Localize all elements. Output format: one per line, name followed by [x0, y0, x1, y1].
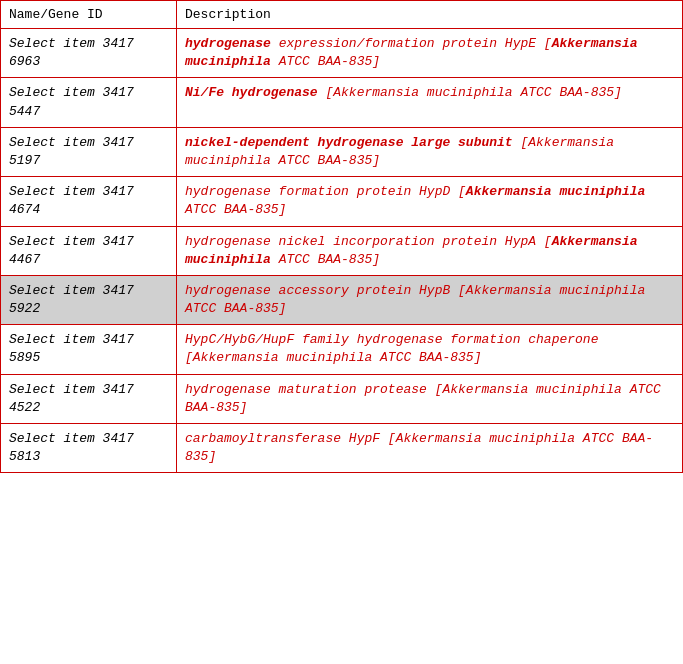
row-desc-cell: carbamoyltransferase HypF [Akkermansia m… [177, 424, 682, 472]
table-row[interactable]: Select item 3417 6963hydrogenase express… [1, 29, 682, 78]
row-name-cell[interactable]: Select item 3417 4467 [1, 227, 177, 275]
row-desc-cell: nickel-dependent hydrogenase large subun… [177, 128, 682, 176]
table-row[interactable]: Select item 3417 5813carbamoyltransferas… [1, 424, 682, 472]
table-body: Select item 3417 6963hydrogenase express… [1, 29, 682, 472]
table-row[interactable]: Select item 3417 5895HypC/HybG/HupF fami… [1, 325, 682, 374]
row-desc-cell: hydrogenase formation protein HypD [Akke… [177, 177, 682, 225]
main-table: Name/Gene ID Description Select item 341… [0, 0, 683, 473]
row-name-cell[interactable]: Select item 3417 5447 [1, 78, 177, 126]
row-name-cell[interactable]: Select item 3417 6963 [1, 29, 177, 77]
table-row[interactable]: Select item 3417 4674hydrogenase formati… [1, 177, 682, 226]
table-row[interactable]: Select item 3417 5447Ni/Fe hydrogenase [… [1, 78, 682, 127]
row-name-cell[interactable]: Select item 3417 4674 [1, 177, 177, 225]
table-row[interactable]: Select item 3417 4522hydrogenase maturat… [1, 375, 682, 424]
row-name-cell[interactable]: Select item 3417 5895 [1, 325, 177, 373]
table-header: Name/Gene ID Description [1, 1, 682, 29]
header-description: Description [177, 1, 682, 28]
row-desc-cell: hydrogenase expression/formation protein… [177, 29, 682, 77]
row-name-cell[interactable]: Select item 3417 5922 [1, 276, 177, 324]
header-name-gene-id: Name/Gene ID [1, 1, 177, 28]
row-name-cell[interactable]: Select item 3417 4522 [1, 375, 177, 423]
row-desc-cell: hydrogenase accessory protein HypB [Akke… [177, 276, 682, 324]
table-row[interactable]: Select item 3417 5197nickel-dependent hy… [1, 128, 682, 177]
row-desc-cell: Ni/Fe hydrogenase [Akkermansia muciniphi… [177, 78, 682, 126]
row-desc-cell: hydrogenase maturation protease [Akkerma… [177, 375, 682, 423]
row-name-cell[interactable]: Select item 3417 5197 [1, 128, 177, 176]
table-row[interactable]: Select item 3417 5922hydrogenase accesso… [1, 276, 682, 325]
row-desc-cell: hydrogenase nickel incorporation protein… [177, 227, 682, 275]
table-row[interactable]: Select item 3417 4467hydrogenase nickel … [1, 227, 682, 276]
row-name-cell[interactable]: Select item 3417 5813 [1, 424, 177, 472]
row-desc-cell: HypC/HybG/HupF family hydrogenase format… [177, 325, 682, 373]
